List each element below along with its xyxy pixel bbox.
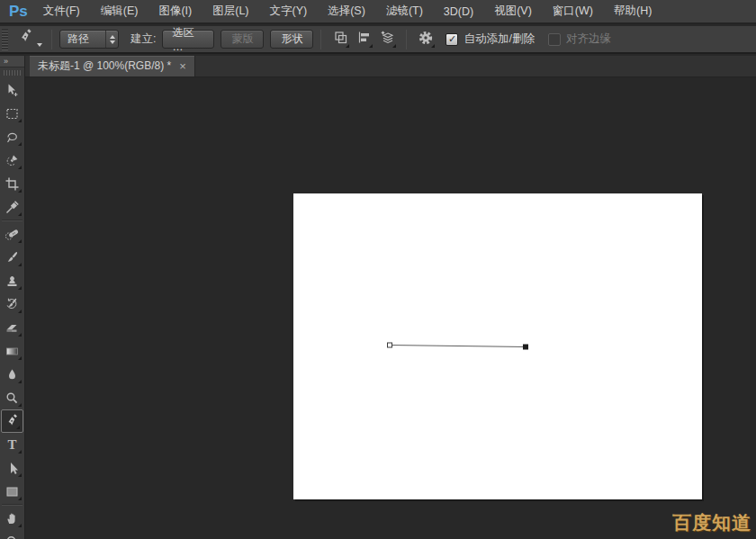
flyout-triangle-icon (18, 310, 22, 313)
make-shape-button[interactable]: 形状 (270, 30, 313, 49)
anchor-point-hollow (388, 343, 392, 347)
menu-select[interactable]: 选择(S) (328, 4, 365, 19)
menu-window[interactable]: 窗口(W) (553, 4, 593, 19)
flyout-triangle-icon (18, 189, 22, 193)
align-edges-checkbox (548, 33, 561, 46)
tool-group-separator (2, 504, 22, 506)
tool-spot-healing-brush[interactable] (0, 222, 24, 246)
anchor-point-solid (523, 345, 528, 350)
menu-view[interactable]: 视图(V) (494, 4, 532, 19)
menu-layer[interactable]: 图层(L) (212, 4, 248, 19)
tool-mode-value: 路径 (60, 31, 105, 47)
menu-image[interactable]: 图像(I) (158, 4, 192, 19)
separator (320, 30, 321, 49)
menu-type[interactable]: 文字(Y) (270, 4, 308, 19)
menu-edit[interactable]: 编辑(E) (101, 4, 139, 19)
tool-eyedropper[interactable] (0, 195, 24, 219)
align-edges-label: 对齐边缘 (566, 31, 611, 47)
menu-help[interactable]: 帮助(H) (614, 4, 652, 19)
document-tab-title: 未标题-1 @ 100%(RGB/8) * (38, 58, 171, 74)
tool-hand[interactable] (0, 507, 24, 530)
tool-brush[interactable] (0, 246, 24, 269)
path-operations-button[interactable] (329, 29, 351, 50)
flyout-triangle-icon (18, 286, 22, 290)
tool-dodge[interactable] (0, 386, 24, 409)
tool-group-separator (2, 220, 22, 221)
tool-eraser[interactable] (0, 316, 24, 339)
path-arrangement-button[interactable] (376, 29, 398, 50)
flyout-triangle-icon (18, 212, 22, 216)
make-selection-button[interactable]: 选区 … (162, 30, 214, 49)
ps-logo: Ps (9, 3, 28, 21)
tools-panel: » (0, 56, 25, 539)
tool-move[interactable] (0, 78, 24, 102)
tool-crop[interactable] (0, 172, 24, 195)
menu-filter[interactable]: 滤镜(T) (386, 4, 423, 19)
flyout-triangle-icon (18, 142, 22, 146)
tool-options-bar: 路径 建立: 选区 … 蒙版 形状 (0, 26, 756, 54)
flyout-triangle-icon (18, 403, 22, 407)
auto-add-delete-checkbox[interactable]: ✓ (446, 33, 458, 46)
make-mask-button: 蒙版 (220, 30, 264, 49)
move-icon (4, 83, 20, 98)
options-bar-grip[interactable] (2, 29, 8, 50)
checkmark-icon: ✓ (448, 34, 456, 44)
flyout-triangle-icon (18, 263, 22, 266)
flyout-triangle-icon (18, 450, 22, 454)
chevron-down-icon (431, 44, 435, 48)
pick-tool-mode-dropdown[interactable]: 路径 (59, 30, 119, 49)
flyout-triangle-icon (18, 380, 22, 383)
flyout-triangle-icon (18, 497, 22, 500)
auto-add-delete-label: 自动添加/删除 (464, 31, 534, 47)
menu-3d[interactable]: 3D(D) (444, 5, 473, 18)
zoom-icon (4, 535, 20, 539)
document-tab[interactable]: 未标题-1 @ 100%(RGB/8) * × (30, 56, 195, 76)
tool-horizontal-type[interactable]: T (0, 433, 24, 456)
canvas-document[interactable] (293, 193, 702, 499)
tool-quick-selection[interactable] (0, 148, 24, 172)
path-segment (390, 346, 526, 347)
chevron-down-icon (392, 44, 396, 48)
double-chevron-right-icon: » (4, 58, 8, 66)
tool-lasso[interactable] (0, 125, 24, 148)
flyout-triangle-icon (18, 524, 22, 527)
tool-rectangular-marquee[interactable] (0, 102, 24, 125)
tool-pen[interactable] (1, 409, 23, 433)
tool-zoom[interactable] (0, 530, 24, 539)
chevron-down-icon (369, 44, 373, 48)
arrow-up-icon (110, 35, 115, 39)
chevron-down-icon (37, 43, 42, 47)
pen-tool-preset-icon (17, 29, 34, 49)
dropdown-spinner (105, 31, 118, 48)
photoshop-window: Ps 文件(F) 编辑(E) 图像(I) 图层(L) 文字(Y) 选择(S) 滤… (0, 0, 756, 539)
tool-clone-stamp[interactable] (0, 269, 24, 292)
flyout-triangle-icon (16, 426, 20, 429)
panel-grip[interactable] (4, 70, 22, 76)
menu-file[interactable]: 文件(F) (43, 4, 80, 19)
document-tab-strip: 未标题-1 @ 100%(RGB/8) * × (25, 56, 756, 77)
flyout-triangle-icon (18, 239, 22, 243)
tool-path-selection[interactable] (0, 456, 24, 480)
arrow-down-icon (110, 40, 115, 44)
separator (406, 30, 407, 49)
flyout-triangle-icon (18, 473, 22, 477)
pen-path-overlay (293, 193, 702, 499)
type-tool-icon: T (7, 438, 16, 452)
geometry-options-button[interactable] (415, 29, 436, 50)
flyout-triangle-icon (18, 166, 22, 169)
make-label: 建立: (130, 31, 156, 47)
flyout-triangle-icon (18, 356, 22, 360)
tool-blur[interactable] (0, 363, 24, 386)
flyout-triangle-icon (18, 119, 22, 122)
close-icon[interactable]: × (179, 60, 186, 72)
tool-gradient[interactable] (0, 339, 24, 363)
collapse-panel-button[interactable]: » (0, 56, 24, 67)
tool-rectangle-shape[interactable] (0, 480, 24, 503)
path-alignment-button[interactable] (353, 29, 374, 50)
tool-preset-picker[interactable] (15, 27, 44, 51)
tool-history-brush[interactable] (0, 292, 24, 316)
flyout-triangle-icon (18, 333, 22, 337)
menu-bar: Ps 文件(F) 编辑(E) 图像(I) 图层(L) 文字(Y) 选择(S) 滤… (0, 0, 756, 24)
chevron-down-icon (346, 44, 349, 48)
watermark: 百度知道 (672, 510, 752, 535)
